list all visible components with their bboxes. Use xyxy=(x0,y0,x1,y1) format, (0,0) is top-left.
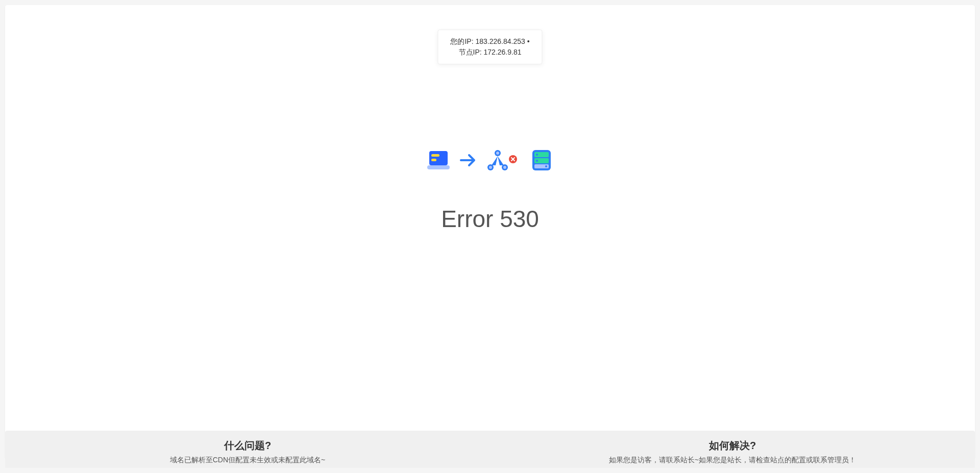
node-ip-label: 节点IP: xyxy=(459,48,482,56)
footer-solution-block: 如何解决? 如果您是访客，请联系站长~如果您是站长，请检查站点的配置或联系管理员… xyxy=(490,439,975,465)
ip-info-box: 您的IP: 183.226.84.253 • 节点IP: 172.26.9.81 xyxy=(437,30,542,64)
svg-point-18 xyxy=(536,160,538,162)
footer-problem-desc: 域名已解析至CDN但配置未生效或未配置此域名~ xyxy=(5,456,490,465)
your-ip-value: 183.226.84.253 xyxy=(475,37,525,45)
footer: 什么问题? 域名已解析至CDN但配置未生效或未配置此域名~ 如何解决? 如果您是… xyxy=(5,431,975,468)
client-icon xyxy=(426,148,451,172)
svg-rect-0 xyxy=(429,151,448,165)
svg-point-10 xyxy=(503,166,506,169)
main-container: 您的IP: 183.226.84.253 • 节点IP: 172.26.9.81 xyxy=(5,5,975,458)
node-ip-value: 172.26.9.81 xyxy=(484,48,522,56)
footer-solution-title: 如何解决? xyxy=(490,439,975,453)
error-badge-icon xyxy=(509,155,517,165)
svg-point-8 xyxy=(489,166,492,169)
svg-rect-3 xyxy=(427,165,450,169)
svg-rect-2 xyxy=(431,159,436,161)
server-icon xyxy=(529,148,554,172)
footer-solution-desc: 如果您是访客，请联系站长~如果您是站长，请检查站点的配置或联系管理员！ xyxy=(490,456,975,465)
cdn-icon xyxy=(485,148,510,172)
error-title: Error 530 xyxy=(441,205,539,233)
ip-info-line1: 您的IP: 183.226.84.253 • xyxy=(450,36,529,47)
your-ip-label: 您的IP: xyxy=(450,37,473,45)
svg-point-6 xyxy=(496,152,499,155)
connection-diagram xyxy=(426,148,554,172)
ip-separator: • xyxy=(527,37,530,45)
arrow-right-icon xyxy=(459,151,477,169)
footer-problem-block: 什么问题? 域名已解析至CDN但配置未生效或未配置此域名~ xyxy=(5,439,490,465)
ip-info-line2: 节点IP: 172.26.9.81 xyxy=(450,47,529,58)
footer-problem-title: 什么问题? xyxy=(5,439,490,453)
svg-rect-1 xyxy=(431,154,439,157)
svg-point-20 xyxy=(545,165,547,167)
svg-point-16 xyxy=(536,154,538,156)
